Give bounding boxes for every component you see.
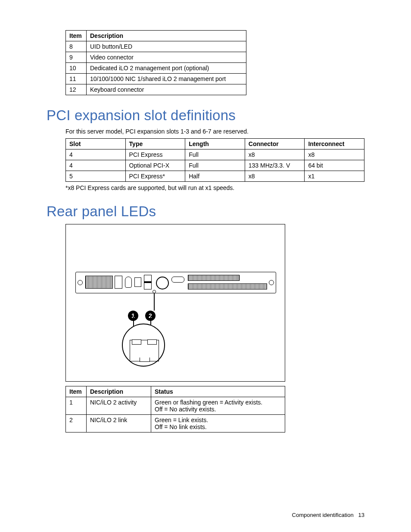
table-row: 1110/100/1000 NIC 1/shared iLO 2 managem… xyxy=(66,74,246,84)
mouse-port-icon xyxy=(125,277,132,288)
callout-line-icon xyxy=(154,292,155,311)
rear-panel-figure: 1 2 xyxy=(65,224,285,382)
pci-intro: For this server model, PCI expansion slo… xyxy=(65,128,364,135)
footer-page: 13 xyxy=(358,512,364,518)
status-line: Green or flashing green = Activity exist… xyxy=(155,399,281,406)
col-item: Item xyxy=(66,386,87,397)
col-status: Status xyxy=(151,386,285,397)
status-line: Off = No activity exists. xyxy=(155,406,281,413)
expansion-slot-icon xyxy=(188,283,267,289)
table-row: 5 PCI Express* Half x8 x1 xyxy=(66,171,364,182)
heading-leds: Rear panel LEDs xyxy=(47,203,364,220)
heading-pci: PCI expansion slot definitions xyxy=(47,107,364,124)
table-row: 10Dedicated iLO 2 management port (optio… xyxy=(66,63,246,74)
col-connector: Connector xyxy=(245,139,305,149)
pci-slots-table: Slot Type Length Connector Interconnect … xyxy=(65,138,364,182)
table-row: 9Video connector xyxy=(66,52,246,63)
power-connector-icon xyxy=(115,276,122,289)
col-type: Type xyxy=(125,139,185,149)
item-description-table: Item Description 8UID button/LED 9Video … xyxy=(65,30,246,95)
expansion-slot-icon xyxy=(188,275,240,281)
leds-table: Item Description Status 1 NIC/iLO 2 acti… xyxy=(65,386,285,432)
pci-footnote: *x8 PCI Express cards are supported, but… xyxy=(65,184,364,191)
table-row: 4 PCI Express Full x8 x8 xyxy=(66,149,364,160)
table-row: 2 NIC/iLO 2 link Green = Link exists. Of… xyxy=(66,415,285,432)
table-row: 4 Optional PCI-X Full 133 MHz/3.3. V 64 … xyxy=(66,160,364,171)
vent-icon xyxy=(85,276,113,289)
footer-section: Component identification xyxy=(292,512,354,518)
vga-port-icon xyxy=(171,277,184,283)
status-line: Green = Link exists. xyxy=(155,417,281,423)
status-line: Off = No link exists. xyxy=(155,423,281,430)
zoom-detail-icon xyxy=(122,324,165,367)
col-length: Length xyxy=(185,139,245,149)
table-row: 8UID button/LED xyxy=(66,41,246,52)
rear-panel-illustration xyxy=(75,272,276,293)
col-desc: Description xyxy=(87,386,151,397)
table-row: 12Keyboard connector xyxy=(66,84,246,95)
keyboard-port-icon xyxy=(134,277,141,287)
page-footer: Component identification 13 xyxy=(292,512,364,518)
usb-ports-icon xyxy=(144,275,152,289)
col-slot: Slot xyxy=(66,139,126,149)
col-desc: Description xyxy=(87,31,246,41)
table-row: 1 NIC/iLO 2 activity Green or flashing g… xyxy=(66,397,285,415)
rj45-port-icon xyxy=(130,340,159,361)
callout-dot-icon xyxy=(153,290,156,293)
col-item: Item xyxy=(66,31,87,41)
ethernet-port-icon xyxy=(156,277,169,289)
col-interconnect: Interconnect xyxy=(305,139,364,149)
